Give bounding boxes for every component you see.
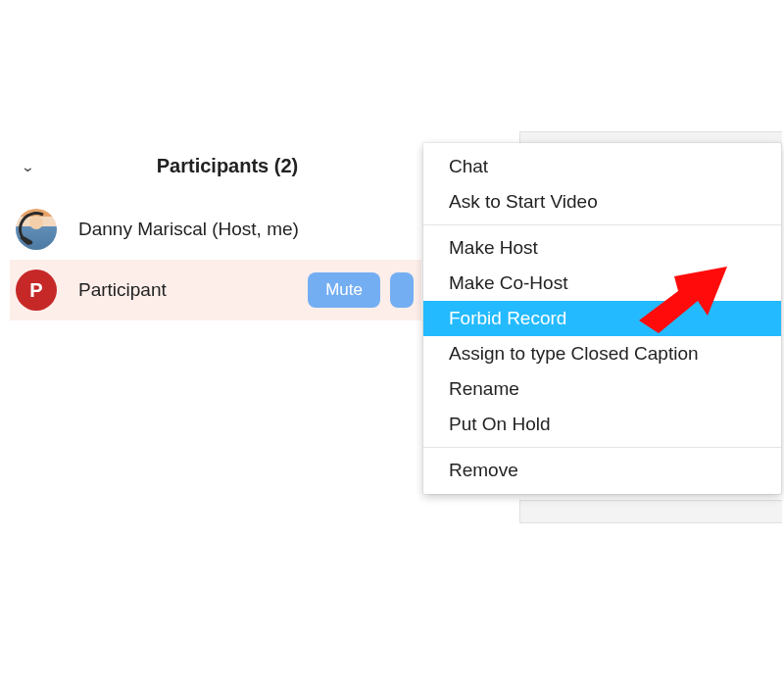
menu-item-rename[interactable]: Rename [423, 371, 781, 407]
menu-item-assign-cc[interactable]: Assign to type Closed Caption [423, 336, 781, 371]
participant-row-host[interactable]: Danny Mariscal (Host, me) [10, 199, 421, 260]
menu-separator [423, 224, 781, 225]
menu-item-remove[interactable]: Remove [423, 453, 781, 488]
participants-header: ⌄ Participants (2) [10, 147, 421, 199]
participants-panel: ⌄ Participants (2) Danny Mariscal (Host,… [10, 147, 421, 320]
mute-button[interactable]: Mute [308, 272, 380, 308]
menu-item-chat[interactable]: Chat [423, 149, 781, 184]
menu-item-make-cohost[interactable]: Make Co-Host [423, 266, 781, 301]
chevron-down-icon[interactable]: ⌄ [16, 158, 39, 175]
participant-name: Danny Mariscal (Host, me) [78, 219, 414, 240]
menu-item-ask-start-video[interactable]: Ask to Start Video [423, 184, 781, 220]
background-stripe [519, 500, 782, 523]
participant-row[interactable]: P Participant Mute . [10, 260, 421, 320]
headset-icon [16, 209, 57, 250]
participants-title: Participants (2) [39, 155, 416, 177]
more-button[interactable]: . [390, 272, 414, 308]
avatar-photo [16, 209, 57, 250]
menu-item-forbid-record[interactable]: Forbid Record [423, 301, 781, 336]
menu-separator [423, 447, 781, 448]
avatar-initial: P [29, 279, 42, 302]
menu-item-make-host[interactable]: Make Host [423, 230, 781, 266]
participant-context-menu: Chat Ask to Start Video Make Host Make C… [423, 143, 781, 494]
participant-name: Participant [78, 279, 308, 301]
avatar-letter: P [16, 270, 57, 311]
menu-item-put-on-hold[interactable]: Put On Hold [423, 407, 781, 442]
participant-actions: Mute . [308, 272, 414, 308]
